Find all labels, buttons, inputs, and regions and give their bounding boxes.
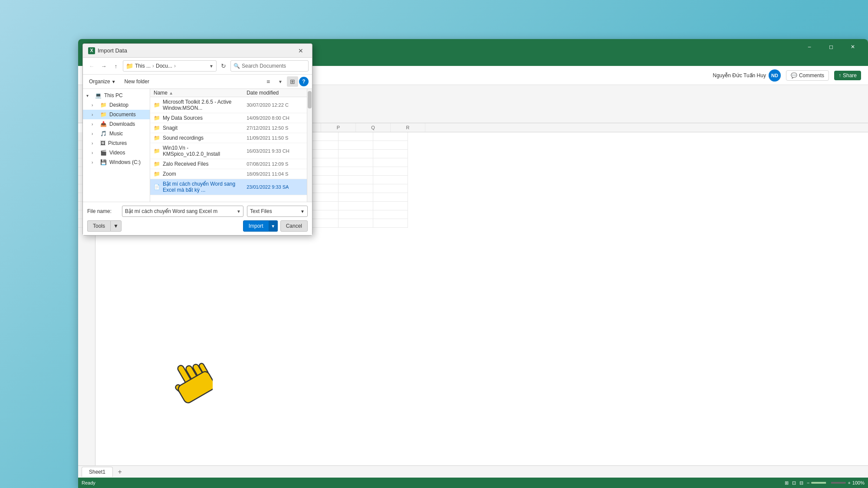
cell-q21[interactable] (339, 202, 373, 210)
import-label: Import (249, 223, 263, 229)
cell-r17[interactable] (373, 167, 408, 176)
import-button[interactable]: Import (243, 220, 269, 232)
file-type-select[interactable]: Text Files ▼ (247, 206, 308, 217)
cell-q18[interactable] (339, 176, 373, 184)
cell-r20[interactable] (373, 193, 408, 202)
cell-r15[interactable] (373, 150, 408, 158)
comments-label: Comments (799, 72, 824, 79)
cell-q15[interactable] (339, 150, 373, 158)
nav-music[interactable]: › 🎵 Music (83, 129, 150, 138)
col-header-p: P (321, 123, 356, 132)
file-date-cell: 23/01/2022 9:33 SA (247, 184, 309, 190)
breadcrumb[interactable]: 📁 This ... › Docu... › ▼ (123, 60, 217, 72)
cell-r18[interactable] (373, 176, 408, 184)
zoom-in-button[interactable]: + (848, 480, 850, 485)
view-dropdown-button[interactable]: ▼ (275, 76, 286, 87)
cell-r23[interactable] (373, 219, 408, 228)
list-item[interactable]: 📁 Sound recordings 11/09/2021 11:50 S (150, 133, 312, 143)
downloads-label: Downloads (109, 121, 135, 127)
breadcrumb-dropdown-icon[interactable]: ▼ (209, 64, 214, 69)
zoom-out-button[interactable]: − (807, 480, 809, 485)
nav-desktop[interactable]: › 📁 Desktop (83, 100, 150, 110)
list-item[interactable]: 📁 Snagit 27/12/2021 12:50 S (150, 123, 312, 133)
file-name-input[interactable] (122, 206, 243, 217)
cell-r14[interactable] (373, 141, 408, 150)
fn-dropdown-icon[interactable]: ▼ (237, 209, 241, 214)
close-button[interactable]: ✕ (843, 39, 863, 55)
new-folder-button[interactable]: New folder (122, 78, 152, 85)
minimize-button[interactable]: – (799, 39, 819, 55)
left-nav: ▾ 💻 This PC › 📁 Desktop › 📁 Documents › … (83, 89, 150, 202)
up-button[interactable]: ↑ (111, 61, 121, 71)
expand-icon: ▾ (86, 93, 92, 98)
cell-q17[interactable] (339, 167, 373, 176)
tools-button-group: Tools ▼ (87, 220, 122, 232)
scrollbar-track[interactable] (307, 89, 312, 202)
nav-videos[interactable]: › 🎬 Videos (83, 148, 150, 157)
search-input[interactable] (242, 63, 306, 69)
list-item[interactable]: 📁 Microsoft Toolkit 2.6.5 - Active Windo… (150, 97, 312, 113)
list-view-button[interactable]: ≡ (263, 76, 274, 87)
expand-icon-dl: › (92, 122, 98, 127)
cell-r21[interactable] (373, 202, 408, 210)
details-view-button[interactable]: ⊞ (287, 76, 298, 87)
sheet1-tab[interactable]: Sheet1 (82, 467, 113, 477)
nav-downloads[interactable]: › 📥 Downloads (83, 119, 150, 129)
nav-windows-c[interactable]: › 💾 Windows (C:) (83, 157, 150, 167)
cell-r13[interactable] (373, 132, 408, 141)
page-break-icon[interactable]: ⊟ (799, 480, 803, 486)
nav-documents[interactable]: › 📁 Documents (83, 110, 150, 119)
cell-r22[interactable] (373, 210, 408, 219)
name-column-header[interactable]: Name ▲ (154, 90, 247, 96)
date-column-header[interactable]: Date modified (247, 90, 309, 96)
sort-arrow: ▲ (169, 91, 173, 95)
file-name-text: Win10.Vn - KMSpico_v10.2.0_Install (163, 145, 247, 157)
cell-q16[interactable] (339, 158, 373, 167)
comments-icon: 💬 (791, 72, 797, 79)
file-name-cell: 📁 Zoom (154, 171, 247, 177)
file-date-cell: 18/09/2021 11:04 S (247, 171, 309, 177)
restore-button[interactable]: ◻ (821, 39, 841, 55)
list-item[interactable]: 📁 Win10.Vn - KMSpico_v10.2.0_Install 16/… (150, 143, 312, 159)
cell-q22[interactable] (339, 210, 373, 219)
cell-q14[interactable] (339, 141, 373, 150)
share-button[interactable]: ↑ Share (834, 71, 861, 80)
forward-button[interactable]: → (99, 61, 109, 71)
col-header-q: Q (356, 123, 391, 132)
share-icon: ↑ (838, 72, 841, 79)
cell-q13[interactable] (339, 132, 373, 141)
zoom-thumb[interactable] (826, 480, 831, 485)
list-item-selected[interactable]: 📄 Bật mí cách chuyển Word sang Excel mà … (150, 179, 312, 195)
scrollbar-thumb[interactable] (308, 91, 312, 108)
nav-this-pc[interactable]: ▾ 💻 This PC (83, 91, 150, 100)
tools-dropdown-button[interactable]: ▼ (110, 220, 122, 232)
cancel-button[interactable]: Cancel (280, 220, 308, 232)
cell-r16[interactable] (373, 158, 408, 167)
cell-q19[interactable] (339, 184, 373, 193)
back-button[interactable]: ← (86, 61, 97, 71)
comments-button[interactable]: 💬 Comments (786, 70, 829, 81)
page-layout-icon[interactable]: ⊡ (792, 480, 796, 486)
dialog-close-button[interactable]: ✕ (295, 45, 307, 57)
nav-pictures[interactable]: › 🖼 Pictures (83, 138, 150, 148)
excel-dialog-icon: X (88, 47, 95, 54)
file-date-cell: 11/09/2021 11:50 S (247, 135, 309, 141)
file-name-cell: 📁 Win10.Vn - KMSpico_v10.2.0_Install (154, 145, 247, 157)
add-sheet-button[interactable]: + (115, 467, 125, 477)
cell-r19[interactable] (373, 184, 408, 193)
breadcrumb-sep1: › (152, 63, 154, 69)
cell-q23[interactable] (339, 219, 373, 228)
help-button[interactable]: ? (299, 77, 309, 86)
normal-view-icon[interactable]: ⊞ (785, 480, 789, 486)
file-list-header: Name ▲ Date modified (150, 89, 312, 97)
file-name-cell: 📁 Microsoft Toolkit 2.6.5 - Active Windo… (154, 99, 247, 111)
cell-q20[interactable] (339, 193, 373, 202)
import-dropdown-button[interactable]: ▼ (269, 220, 278, 232)
tools-button[interactable]: Tools (87, 220, 110, 232)
list-item[interactable]: 📁 Zalo Received Files 07/08/2021 12:09 S (150, 159, 312, 169)
organize-button[interactable]: Organize ▼ (86, 78, 118, 85)
list-item[interactable]: 📁 Zoom 18/09/2021 11:04 S (150, 169, 312, 179)
refresh-button[interactable]: ↻ (218, 61, 229, 71)
list-item[interactable]: 📁 My Data Sources 14/09/2020 8:00 CH (150, 113, 312, 123)
zoom-slider[interactable] (811, 482, 846, 484)
